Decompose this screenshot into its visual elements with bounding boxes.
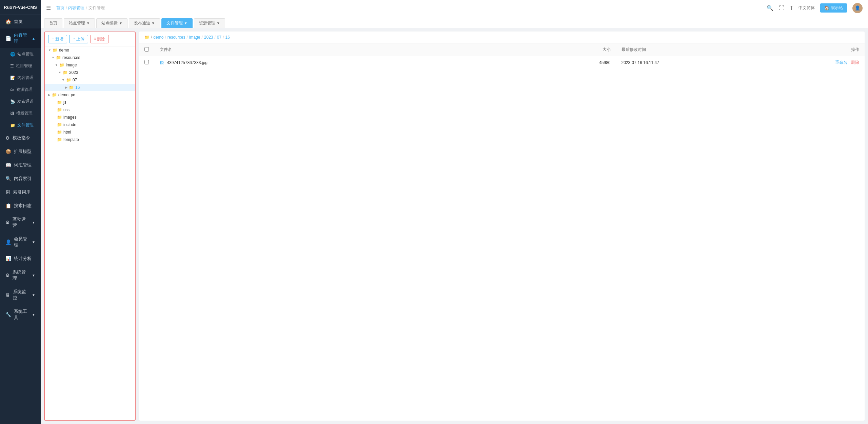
font-icon[interactable]: T [790, 5, 793, 11]
breadcrumb-resources[interactable]: resources [167, 35, 185, 40]
sidebar-item-ext-model[interactable]: 📦 扩展模型 [0, 145, 41, 158]
sidebar-item-site-mgmt[interactable]: 🌐 站点管理 [0, 48, 41, 60]
demo-site-button[interactable]: 🏠 演示站 [820, 3, 847, 13]
breadcrumb-image[interactable]: image [189, 35, 200, 40]
column-icon: ☰ [10, 64, 14, 68]
tree-node-demo-pc-label: demo_pc [58, 93, 75, 97]
tree-node-image[interactable]: ▼ 📁 image [45, 61, 135, 69]
sidebar-item-resource-mgmt[interactable]: 🗂 资源管理 [0, 84, 41, 96]
row-checkbox[interactable] [144, 60, 149, 64]
tree-node-html[interactable]: 📁 html [45, 128, 135, 136]
sidebar-item-stats[interactable]: 📊 统计分析 [0, 252, 41, 265]
interactive-icon: ⚙ [5, 220, 10, 225]
tree-node-16[interactable]: ▶ 📁 16 [45, 84, 135, 91]
sidebar-lexicon-label: 词汇管理 [14, 162, 32, 168]
sidebar-template-cmd-label: 模板指令 [13, 135, 30, 141]
tab-file-mgmt[interactable]: 文件管理 ▼ [161, 18, 193, 28]
tree-node-include[interactable]: 📁 include [45, 121, 135, 128]
breadcrumb-demo[interactable]: demo [153, 35, 163, 40]
delete-button[interactable]: ☓ 删除 [90, 35, 109, 43]
sidebar-item-content-mgmt2[interactable]: 📝 内容管理 [0, 72, 41, 84]
search-top-icon[interactable]: 🔍 [767, 5, 773, 11]
tree-node-resources-label: resources [62, 55, 80, 60]
sidebar-item-lexicon[interactable]: 📖 词汇管理 [0, 158, 41, 172]
folder-icon5: 📁 [66, 78, 71, 82]
tree-node-template[interactable]: 📁 template [45, 136, 135, 143]
tree-node-images-label: images [63, 115, 77, 120]
file-tree-panel: + 新增 ↑ 上传 ☓ 删除 ▼ 📁 demo ▼ 📁 resources ▼ … [44, 32, 136, 421]
tab-home[interactable]: 首页 [44, 18, 62, 28]
tree-node-js[interactable]: 📁 js [45, 99, 135, 106]
breadcrumb-2023[interactable]: 2023 [204, 35, 213, 40]
publish-icon: 📡 [10, 99, 15, 104]
sidebar-item-template-cmd[interactable]: ⚙ 模板指令 [0, 131, 41, 145]
fullscreen-icon[interactable]: ⛶ [779, 5, 784, 11]
database-icon: 🗄 [5, 189, 10, 195]
tree-node-template-label: template [63, 137, 79, 142]
sidebar-item-sys-mgmt[interactable]: ⚙ 系统管理 ▼ [0, 265, 41, 285]
sidebar-item-sys-tools[interactable]: 🔧 系统工具 ▼ [0, 305, 41, 324]
folder-icon9: 📁 [57, 107, 62, 112]
template-icon: 🖼 [10, 111, 14, 116]
sidebar-interactive-label: 互动运营 [13, 216, 29, 228]
sidebar-member-label: 会员管理 [14, 236, 29, 248]
sidebar-item-file-mgmt[interactable]: 📁 文件管理 [0, 119, 41, 131]
chevron-down-icon3: ▼ [32, 274, 35, 277]
tree-expand-icon5: ▼ [62, 78, 65, 82]
chevron-down-icon2: ▼ [32, 240, 35, 244]
tab-site-mgmt[interactable]: 站点管理 ▼ [64, 18, 95, 28]
tree-node-demo-pc[interactable]: ▶ 📁 demo_pc [45, 91, 135, 99]
tabbar: 首页 站点管理 ▼ 站点编辑 ▼ 发布通道 ▼ 文件管理 ▼ 资源管理 ▼ [41, 16, 868, 28]
tree-node-16-label: 16 [75, 85, 80, 90]
sidebar-item-index-db[interactable]: 🗄 索引词库 [0, 185, 41, 199]
tree-node-demo[interactable]: ▼ 📁 demo [45, 46, 135, 54]
tree-expand-icon2: ▼ [52, 56, 55, 59]
select-all-checkbox[interactable] [144, 47, 149, 52]
user-avatar[interactable]: 👤 [852, 3, 863, 13]
breadcrumb-content-mgmt[interactable]: 内容管理 [68, 5, 84, 11]
th-size: 大小 [509, 43, 616, 56]
breadcrumb-home[interactable]: 首页 [56, 5, 64, 11]
sidebar-item-home[interactable]: 🏠 首页 [0, 15, 41, 28]
tab-site-edit[interactable]: 站点编辑 ▼ [96, 18, 127, 28]
globe-icon: 🌐 [10, 52, 15, 57]
sidebar-item-sys-monitor[interactable]: 🖥 系统监控 ▼ [0, 285, 41, 305]
language-selector[interactable]: 中文简体 [798, 5, 815, 11]
chevron-up-icon: ▲ [32, 37, 35, 40]
sidebar-item-template-mgmt[interactable]: 🖼 模板管理 [0, 107, 41, 119]
upload-button[interactable]: ↑ 上传 [69, 35, 88, 43]
delete-link[interactable]: 删除 [851, 60, 859, 65]
sidebar-item-member-mgmt[interactable]: 👤 会员管理 ▼ [0, 232, 41, 252]
folder-icon12: 📁 [57, 130, 62, 135]
tree-node-images[interactable]: 📁 images [45, 114, 135, 121]
sidebar-item-publish[interactable]: 📡 发布通道 [0, 96, 41, 107]
tree-node-07-label: 07 [73, 78, 77, 82]
sidebar-search-log-label: 搜索日志 [14, 203, 32, 209]
sidebar-item-content-mgmt[interactable]: 📄 内容管理 ▲ [0, 28, 41, 48]
tab-publish[interactable]: 发布通道 ▼ [129, 18, 160, 28]
folder-icon6: 📁 [69, 85, 74, 90]
image-file-icon: 🖼 [160, 60, 164, 65]
rename-link[interactable]: 重命名 [835, 60, 847, 65]
tree-node-2023[interactable]: ▼ 📁 2023 [45, 69, 135, 76]
tree-node-07[interactable]: ▼ 📁 07 [45, 76, 135, 84]
sidebar-item-interactive-ops[interactable]: ⚙ 互动运营 ▼ [0, 213, 41, 232]
sidebar-item-content-index[interactable]: 🔍 内容索引 [0, 172, 41, 185]
tree-node-resources[interactable]: ▼ 📁 resources [45, 54, 135, 61]
sidebar-item-search-log[interactable]: 📋 搜索日志 [0, 199, 41, 213]
folder-icon: 📁 [53, 48, 58, 53]
tree-node-html-label: html [63, 130, 71, 135]
breadcrumb-07[interactable]: 07 [217, 35, 221, 40]
monitor-icon: 🖥 [5, 292, 10, 298]
sidebar-item-column-mgmt[interactable]: ☰ 栏目管理 [0, 60, 41, 72]
breadcrumb: 首页 / 内容管理 / 文件管理 [56, 5, 105, 11]
sidebar-content2-label: 内容管理 [17, 75, 34, 81]
user-icon: 👤 [5, 239, 11, 245]
tools-icon: 🔧 [5, 312, 11, 317]
new-button[interactable]: + 新增 [48, 35, 67, 43]
breadcrumb-16[interactable]: 16 [225, 35, 230, 40]
sidebar-item-content-label: 内容管理 [14, 32, 29, 44]
tab-resource-mgmt[interactable]: 资源管理 ▼ [194, 18, 225, 28]
hamburger-icon[interactable]: ☰ [46, 5, 51, 11]
tree-node-css[interactable]: 📁 css [45, 106, 135, 114]
